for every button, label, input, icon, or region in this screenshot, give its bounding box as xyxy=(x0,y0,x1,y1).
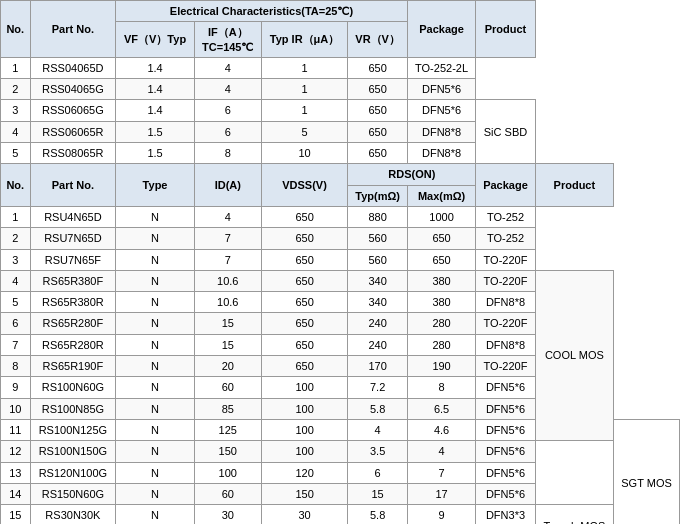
table2-cell: 15 xyxy=(194,334,261,355)
table2-cell: 20 xyxy=(194,356,261,377)
table1-cell: 650 xyxy=(348,57,407,78)
table1-cell: 650 xyxy=(348,121,407,142)
table2-cell: 340 xyxy=(348,292,407,313)
table1-cell: 1 xyxy=(261,79,348,100)
table2-row: 12RS100N150GN1501003.54DFN5*6 xyxy=(1,441,680,462)
table2-cell: 15 xyxy=(1,505,31,524)
table2-cell: DFN8*8 xyxy=(476,334,535,355)
table2-cell: 280 xyxy=(407,313,476,334)
table2-cell: N xyxy=(116,334,195,355)
table2-header-row1: No. Part No. Type ID(A) VDSS(V) RDS(ON) … xyxy=(1,164,680,185)
table2-cell: 60 xyxy=(194,483,261,504)
table2-cell: N xyxy=(116,356,195,377)
table2-cell: TO-220F xyxy=(476,270,535,291)
table2-cell: 10 xyxy=(1,398,31,419)
table1-cell: 4 xyxy=(194,57,261,78)
table1-cell: RSS08065R xyxy=(30,143,116,164)
table2-cell: 3.5 xyxy=(348,441,407,462)
table1-cell: 5 xyxy=(261,121,348,142)
table2-cell: 9 xyxy=(407,505,476,524)
table2-cell: 100 xyxy=(261,441,348,462)
table2-cell: N xyxy=(116,419,195,440)
col-vr: VR（V） xyxy=(348,22,407,58)
table2-cell: 280 xyxy=(407,334,476,355)
table2-cell: TO-220F xyxy=(476,249,535,270)
table2-cell: 125 xyxy=(194,419,261,440)
product-cell: COOL MOS xyxy=(535,270,613,440)
col-vdss: VDSS(V) xyxy=(261,164,348,207)
table2-cell: 8 xyxy=(1,356,31,377)
table1-cell: 3 xyxy=(1,100,31,121)
table1-cell: DFN5*6 xyxy=(407,100,476,121)
col-package-2: Package xyxy=(476,164,535,207)
table2-cell: 4 xyxy=(348,419,407,440)
table2-cell: DFN5*6 xyxy=(476,483,535,504)
table2-cell: 9 xyxy=(1,377,31,398)
table2-cell: 560 xyxy=(348,228,407,249)
table2-cell: RS120N100G xyxy=(30,462,116,483)
table2-cell: 12 xyxy=(1,441,31,462)
table2-cell: 2 xyxy=(1,228,31,249)
table2-row: 14RS150N60GN601501517DFN5*6 xyxy=(1,483,680,504)
table2-cell: 60 xyxy=(194,377,261,398)
table2-cell: DFN5*6 xyxy=(476,377,535,398)
table2-cell: 4.6 xyxy=(407,419,476,440)
product-cell-sic: SiC SBD xyxy=(476,100,535,164)
table1-cell: 650 xyxy=(348,100,407,121)
table2-cell: N xyxy=(116,249,195,270)
table2-cell: 14 xyxy=(1,483,31,504)
table2-cell: TO-220F xyxy=(476,313,535,334)
table2-cell: 880 xyxy=(348,206,407,227)
table2-cell: RSU7N65D xyxy=(30,228,116,249)
col-product-1: Product xyxy=(476,1,535,58)
col-package-1: Package xyxy=(407,1,476,58)
col-vf: VF（V）Typ xyxy=(116,22,195,58)
table2-cell: 170 xyxy=(348,356,407,377)
table2-cell: 7 xyxy=(1,334,31,355)
table2-cell: 5 xyxy=(1,292,31,313)
table2-cell: DFN5*6 xyxy=(476,398,535,419)
table2-cell: 100 xyxy=(261,377,348,398)
table1-row: 1RSS04065D1.441650TO-252-2L xyxy=(1,57,680,78)
table2-cell: RS100N150G xyxy=(30,441,116,462)
table1-row: 4RSS06065R1.565650DFN8*8 xyxy=(1,121,680,142)
col-partno-1: Part No. xyxy=(30,1,116,58)
table2-cell: TO-252 xyxy=(476,228,535,249)
table2-cell: 7 xyxy=(194,228,261,249)
table1-cell: RSS04065D xyxy=(30,57,116,78)
table2-cell: 650 xyxy=(407,228,476,249)
table2-cell: 100 xyxy=(261,398,348,419)
table2-cell: 10.6 xyxy=(194,270,261,291)
table2-cell: 650 xyxy=(261,313,348,334)
table2-cell: 5.8 xyxy=(348,505,407,524)
table2-row: 1RSU4N65DN46508801000TO-252 xyxy=(1,206,680,227)
table2-cell: RSU7N65F xyxy=(30,249,116,270)
product-cell: Trench MOS xyxy=(535,505,613,524)
table2-cell: 15 xyxy=(194,313,261,334)
table1-cell: 1.4 xyxy=(116,79,195,100)
table2-cell: RS100N60G xyxy=(30,377,116,398)
table2-cell: 17 xyxy=(407,483,476,504)
table1-cell: 6 xyxy=(194,121,261,142)
table2-row: 13RS120N100GN10012067DFN5*6 xyxy=(1,462,680,483)
table2-cell: N xyxy=(116,398,195,419)
table2-cell: 4 xyxy=(407,441,476,462)
table2-cell: 650 xyxy=(261,292,348,313)
col-product-2: Product xyxy=(535,164,613,207)
table1-cell: 8 xyxy=(194,143,261,164)
table2-cell: 560 xyxy=(348,249,407,270)
product-cell: SGT MOS xyxy=(614,419,680,524)
table2-cell: 650 xyxy=(261,270,348,291)
col-no-2: No. xyxy=(1,164,31,207)
table2-row: 2RSU7N65DN7650560650TO-252 xyxy=(1,228,680,249)
table2-cell: 380 xyxy=(407,292,476,313)
table1-cell: 1 xyxy=(1,57,31,78)
table2-cell: RS65R380F xyxy=(30,270,116,291)
table1-cell: 10 xyxy=(261,143,348,164)
table2-cell: RS30N30K xyxy=(30,505,116,524)
table2-cell: 150 xyxy=(261,483,348,504)
table1-cell: 1.4 xyxy=(116,57,195,78)
table2-cell: RS100N85G xyxy=(30,398,116,419)
table2-cell: N xyxy=(116,228,195,249)
table2-cell: N xyxy=(116,270,195,291)
